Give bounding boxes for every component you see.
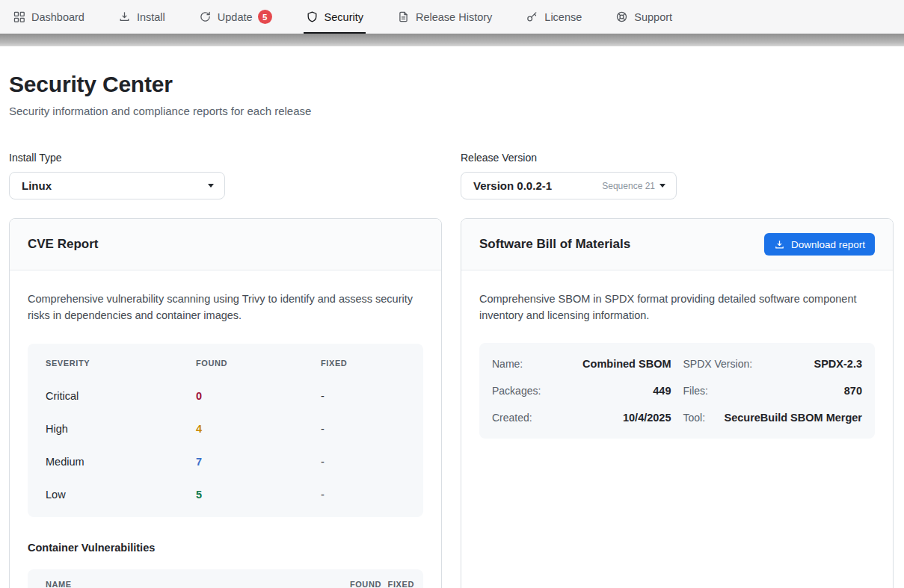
found-count: 0 (196, 390, 321, 402)
chevron-down-icon (659, 184, 665, 188)
filters-row: Install Type Linux Release Version Versi… (9, 152, 894, 199)
shield-icon (306, 10, 319, 23)
update-icon (199, 10, 212, 23)
severity-table-header: SEVERITY FOUND FIXED (46, 347, 405, 380)
install-type-field: Install Type Linux (9, 152, 442, 199)
fixed-count: - (321, 456, 405, 468)
release-version-field: Release Version Version 0.0.2-1 Sequence… (461, 152, 894, 199)
nav-tab-label: License (544, 11, 582, 23)
severity-name: High (46, 423, 196, 435)
install-type-select[interactable]: Linux (9, 172, 225, 199)
nav-tab-dashboard[interactable]: Dashboard (13, 0, 84, 34)
cve-report-body: Comprehensive vulnerability scanning usi… (10, 270, 441, 588)
sbom-details-table: Name: Combined SBOM SPDX Version: SPDX-2… (479, 343, 875, 439)
cve-report-description: Comprehensive vulnerability scanning usi… (28, 291, 423, 324)
sbom-description: Comprehensive SBOM in SPDX format provid… (479, 291, 875, 324)
detail-label: Created: (492, 412, 532, 424)
detail-value: 10/4/2025 (623, 412, 671, 424)
dashboard-icon (13, 10, 25, 23)
scroll-shadow-band (0, 34, 904, 46)
install-type-label: Install Type (9, 152, 442, 164)
cve-report-header: CVE Report (10, 219, 441, 270)
cve-report-title: CVE Report (28, 237, 98, 252)
found-col-header: FOUND (317, 580, 381, 588)
fixed-col-header: FIXED (381, 580, 414, 588)
nav-tab-install[interactable]: Install (118, 0, 165, 34)
download-report-label: Download report (791, 239, 865, 250)
detail-value: Combined SBOM (582, 358, 671, 370)
detail-value: 870 (844, 385, 862, 397)
main-content: Security Center Security information and… (0, 72, 904, 588)
container-vulnerabilities-title: Container Vulnerabilities (28, 542, 423, 554)
name-col-header: NAME (46, 580, 317, 588)
chevron-down-icon (208, 184, 214, 188)
severity-name: Medium (46, 456, 196, 468)
nav-tab-label: Install (137, 11, 165, 23)
detail-label: SPDX Version: (683, 358, 753, 370)
detail-label: Packages: (492, 385, 541, 397)
nav-tab-label: Support (634, 11, 672, 23)
table-row: Critical 0 - (46, 380, 405, 412)
nav-tab-label: Dashboard (31, 11, 84, 23)
download-report-button[interactable]: Download report (764, 233, 875, 256)
severity-name: Critical (46, 390, 196, 402)
nav-tab-release-history[interactable]: Release History (397, 0, 492, 34)
page-subtitle: Security information and compliance repo… (9, 105, 894, 117)
install-type-value: Linux (22, 179, 52, 192)
install-icon (118, 10, 131, 23)
nav-tab-label: Release History (416, 11, 492, 23)
nav-tab-update[interactable]: Update 5 (199, 0, 272, 34)
update-count-badge: 5 (258, 10, 272, 24)
sbom-card: Software Bill of Materials Download repo… (461, 218, 894, 588)
release-version-select[interactable]: Version 0.0.2-1 Sequence 21 (461, 172, 677, 199)
severity-name: Low (46, 489, 196, 501)
table-row: Packages: 449 Files: 870 (492, 377, 862, 404)
cve-report-card: CVE Report Comprehensive vulnerability s… (9, 218, 442, 588)
found-count: 4 (196, 423, 321, 435)
found-col-header: FOUND (196, 359, 321, 368)
detail-value: SPDX-2.3 (814, 358, 862, 370)
nav-tab-license[interactable]: License (526, 0, 582, 34)
found-count: 7 (196, 456, 321, 468)
table-row: Created: 10/4/2025 Tool: SecureBuild SBO… (492, 404, 862, 431)
table-row: Low 5 - (46, 478, 405, 511)
top-nav: Dashboard Install Update 5 Security Rele… (0, 0, 904, 34)
detail-label: Tool: (683, 412, 706, 424)
sequence-label: Sequence 21 (602, 181, 655, 191)
sbom-body: Comprehensive SBOM in SPDX format provid… (461, 270, 893, 459)
fixed-count: - (321, 390, 405, 402)
release-version-value: Version 0.0.2-1 (473, 179, 552, 192)
container-vulnerabilities-header: NAME FOUND FIXED (28, 569, 423, 588)
download-icon (774, 239, 785, 250)
table-row: Name: Combined SBOM SPDX Version: SPDX-2… (492, 350, 862, 377)
detail-label: Files: (683, 385, 708, 397)
table-row: High 4 - (46, 412, 405, 445)
detail-value: 449 (653, 385, 671, 397)
nav-tab-label: Update (218, 11, 253, 23)
sbom-header: Software Bill of Materials Download repo… (461, 219, 893, 270)
table-row: Medium 7 - (46, 445, 405, 478)
nav-tab-label: Security (325, 11, 363, 23)
severity-table: SEVERITY FOUND FIXED Critical 0 - High 4… (28, 344, 423, 517)
found-count: 5 (196, 489, 321, 501)
cards-grid: CVE Report Comprehensive vulnerability s… (9, 218, 894, 588)
nav-tab-security[interactable]: Security (306, 0, 363, 34)
fixed-count: - (321, 489, 405, 501)
nav-tab-support[interactable]: Support (615, 0, 672, 34)
key-icon (526, 10, 538, 23)
sbom-title: Software Bill of Materials (479, 237, 630, 252)
fixed-col-header: FIXED (321, 359, 405, 368)
page-title: Security Center (9, 72, 894, 97)
lifebuoy-icon (615, 10, 628, 23)
release-version-label: Release Version (461, 152, 894, 164)
detail-label: Name: (492, 358, 523, 370)
fixed-count: - (321, 423, 405, 435)
severity-col-header: SEVERITY (46, 359, 196, 368)
detail-value: SecureBuild SBOM Merger (724, 412, 862, 424)
release-history-icon (397, 10, 410, 23)
